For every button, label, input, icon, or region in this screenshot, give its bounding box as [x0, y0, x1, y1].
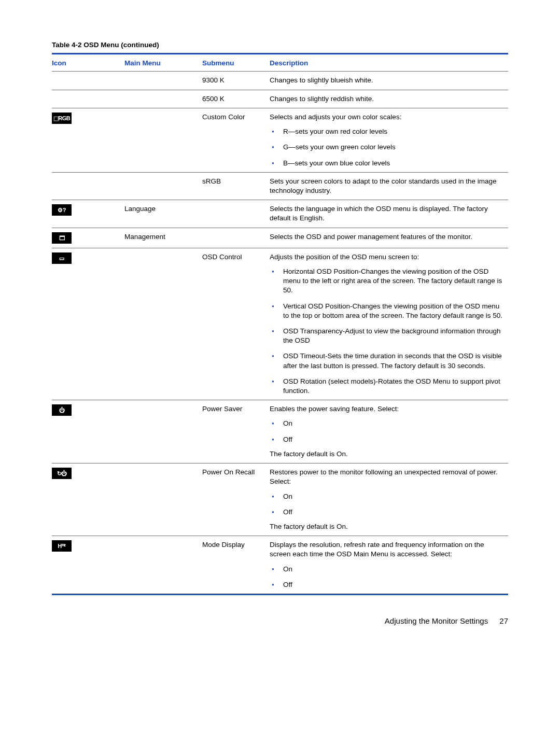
main-menu-cell: Language	[124, 200, 202, 228]
description-cell: Sets your screen colors to adapt to the …	[270, 172, 508, 200]
col-icon: Icon	[52, 54, 124, 72]
description-cell: Displays the resolution, refresh rate an…	[270, 536, 508, 594]
table-row: ↻⏻ Power On Recall Restores power to the…	[52, 463, 508, 536]
list-item: OSD Transparency-Adjust to view the back…	[270, 327, 505, 345]
power-on-recall-icon: ↻⏻	[52, 468, 72, 479]
table-row: 6500 K Changes to slightly reddish white…	[52, 90, 508, 108]
table-row: ⬚RGB Custom Color Selects and adjusts yo…	[52, 108, 508, 172]
list-item: OSD Rotation (select models)-Rotates the…	[270, 377, 505, 396]
bottom-rule	[52, 594, 508, 595]
description-cell: Adjusts the position of the OSD menu scr…	[270, 248, 508, 400]
page-footer: Adjusting the Monitor Settings 27	[52, 616, 508, 626]
table-row: ⚙? Language Selects the language in whic…	[52, 200, 508, 228]
default-note: The factory default is On.	[270, 522, 505, 531]
caption-number: Table 4-2	[52, 41, 82, 49]
table-caption: Table 4-2 OSD Menu (continued)	[52, 40, 508, 50]
list-item: Off	[270, 435, 505, 444]
description-cell: Selects the OSD and power management fea…	[270, 228, 508, 248]
list-item: On	[270, 565, 505, 574]
col-description: Description	[270, 54, 508, 72]
list-item: R—sets your own red color levels	[270, 127, 505, 136]
submenu-cell: Power On Recall	[202, 463, 270, 536]
custom-color-icon: ⬚RGB	[52, 113, 72, 124]
table-row: sRGB Sets your screen colors to adapt to…	[52, 172, 508, 200]
osd-control-icon: ▭	[52, 252, 72, 264]
list-item: G—sets your own green color levels	[270, 143, 505, 152]
management-icon: 🗔	[52, 232, 72, 244]
table-row: 🗔 Management Selects the OSD and power m…	[52, 228, 508, 248]
description-cell: Selects and adjusts your own color scale…	[270, 108, 508, 172]
table-row: ▭ OSD Control Adjusts the position of th…	[52, 248, 508, 400]
default-note: The factory default is On.	[270, 449, 505, 459]
page-number: 27	[499, 616, 508, 625]
table-row: 9300 K Changes to slightly blueish white…	[52, 72, 508, 90]
description-cell: Changes to slightly blueish white.	[270, 72, 508, 90]
submenu-cell: Power Saver	[202, 400, 270, 463]
description-cell: Changes to slightly reddish white.	[270, 90, 508, 108]
list-item: On	[270, 419, 505, 428]
table-row: Hᴴᶻ Mode Display Displays the resolution…	[52, 536, 508, 594]
language-icon: ⚙?	[52, 204, 72, 216]
submenu-cell: Mode Display	[202, 536, 270, 594]
list-item: Off	[270, 508, 505, 517]
list-item: Vertical OSD Position-Changes the viewin…	[270, 302, 505, 320]
description-cell: Selects the language in which the OSD me…	[270, 200, 508, 228]
submenu-cell: 6500 K	[202, 90, 270, 108]
list-item: Horizontal OSD Position-Changes the view…	[270, 267, 505, 296]
list-item: OSD Timeout-Sets the time duration in se…	[270, 352, 505, 370]
description-cell: Enables the power saving feature. Select…	[270, 400, 508, 463]
submenu-cell: OSD Control	[202, 248, 270, 400]
table-row: ⏻ Power Saver Enables the power saving f…	[52, 400, 508, 463]
power-saver-icon: ⏻	[52, 404, 72, 416]
section-title: Adjusting the Monitor Settings	[385, 616, 488, 625]
osd-menu-table: Icon Main Menu Submenu Description 9300 …	[52, 54, 508, 594]
submenu-cell: Custom Color	[202, 108, 270, 172]
caption-title: OSD Menu (continued)	[82, 41, 159, 49]
submenu-cell: sRGB	[202, 172, 270, 200]
mode-display-icon: Hᴴᶻ	[52, 540, 72, 552]
list-item: B—sets your own blue color levels	[270, 159, 505, 168]
table-header-row: Icon Main Menu Submenu Description	[52, 54, 508, 72]
submenu-cell: 9300 K	[202, 72, 270, 90]
list-item: Off	[270, 580, 505, 589]
description-cell: Restores power to the monitor following …	[270, 463, 508, 536]
col-submenu: Submenu	[202, 54, 270, 72]
col-main-menu: Main Menu	[124, 54, 202, 72]
list-item: On	[270, 492, 505, 501]
main-menu-cell: Management	[124, 228, 202, 248]
